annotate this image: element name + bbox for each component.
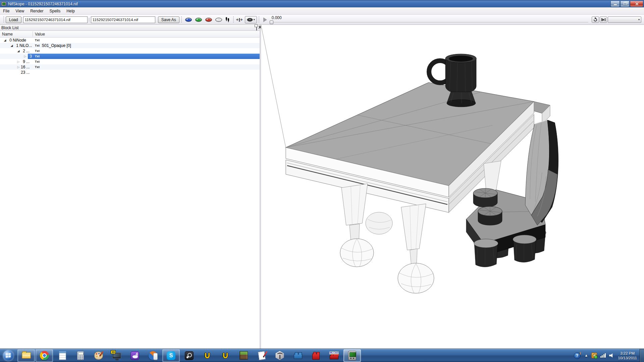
taskbar-monitor-shield-99-icon[interactable]: 99 [108, 349, 125, 362]
play-between-bars-icon [601, 18, 605, 21]
switch-animation-button[interactable] [600, 16, 607, 23]
menu-spells[interactable]: Spells [47, 8, 64, 14]
nifskope-app-icon [1, 2, 6, 6]
taskbar-ventrilo-1-icon[interactable]: U [199, 349, 216, 362]
value-type-tag: Txt [35, 44, 40, 47]
taskbar-media-player-device-icon[interactable] [144, 349, 162, 362]
taskbar-calculator-icon[interactable] [72, 349, 89, 362]
hidden-icons-arrow[interactable]: ▲ [585, 354, 587, 357]
taskbar-ventrilo-2-icon[interactable]: U [217, 349, 234, 362]
ventrilo-2-icon: U [223, 351, 228, 360]
clock[interactable]: 3:22 PM 10/13/2011 [618, 351, 637, 360]
block-list-row[interactable]: ▷ 16 ... Txt [0, 64, 260, 70]
block-list-tree: ◢ 0 NiNode Txt ◢ 1 NiLO... Txt S01_Opaqu… [0, 38, 260, 349]
block-list-row[interactable]: ◢ 2 ... Txt [0, 48, 260, 54]
menu-help[interactable]: Help [63, 8, 78, 14]
value-type-tag: Txt [35, 49, 40, 53]
toolbar-grip[interactable] [181, 16, 182, 23]
camera-view-dropdown[interactable]: ▾ [245, 16, 257, 23]
taskbar: 994SUUMLCAD ?i ▲ 3:22 PM 10/13/2011 [0, 349, 644, 362]
column-name: Name [2, 32, 13, 37]
taskbar-unity-icon[interactable] [271, 349, 288, 362]
show-desktop-button[interactable] [640, 349, 644, 362]
load-filename-input[interactable] [23, 16, 88, 23]
window-title: NifSkope - 01152921507246371014.nif [8, 2, 78, 6]
taskbar-nifskope-icon[interactable] [343, 349, 361, 362]
taskbar-ldraw-editor-icon[interactable] [253, 349, 270, 362]
save-as-button[interactable]: Save As [158, 16, 179, 23]
column-separator[interactable] [33, 32, 33, 37]
block-list-row[interactable]: 23 ... [0, 70, 260, 75]
taskbar-lego-brick-blue-icon[interactable] [289, 349, 307, 362]
save-filename-input[interactable] [91, 16, 155, 23]
taskbar-windows-explorer-icon[interactable] [17, 349, 35, 362]
taskbar-mlcad-icon[interactable]: MLCAD [325, 349, 343, 362]
menu-view[interactable]: View [12, 8, 27, 14]
block-list-row[interactable]: ▷ 3 Txt [0, 54, 260, 59]
volume-icon[interactable] [609, 353, 614, 358]
start-button[interactable] [0, 349, 17, 362]
block-list-row[interactable]: ▷ 9 ... Txt [0, 59, 260, 64]
draw-nodes-eye-icon[interactable] [195, 17, 203, 22]
toolbar-grip[interactable] [233, 16, 234, 23]
minecraft-icon [239, 351, 248, 360]
draw-hidden-eye-icon[interactable] [215, 17, 223, 22]
load-button[interactable]: Load [6, 16, 21, 23]
expander-icon[interactable]: ▷ [23, 54, 28, 59]
block-list-panel: Block List Name Value ◢ 0 NiNode Txt ◢ 1… [0, 25, 260, 349]
minimize-button[interactable] [610, 1, 620, 7]
taskbar-skype-icon[interactable]: S [162, 349, 180, 362]
block-name: ... [26, 59, 30, 64]
block-number: 23 [21, 70, 26, 75]
google-chrome-icon [40, 351, 49, 360]
expander-icon[interactable]: ◢ [9, 43, 14, 48]
expander-icon[interactable]: ▷ [16, 64, 21, 70]
tree-column-header[interactable]: Name Value [0, 31, 260, 38]
float-panel-button[interactable] [256, 25, 257, 30]
taskbar-lego-brick-red-icon[interactable] [307, 349, 325, 362]
block-list-row[interactable]: ◢ 0 NiNode Txt [0, 38, 260, 43]
play-button[interactable] [263, 17, 267, 22]
windows-start-icon [3, 350, 14, 361]
animation-combobox[interactable]: ▾ [608, 16, 641, 23]
toolbar-grip[interactable] [258, 16, 260, 23]
animation-timeline: 0.000 [269, 15, 592, 24]
menu-render[interactable]: Render [27, 8, 46, 14]
expander-icon[interactable]: ◢ [3, 38, 7, 43]
restore-icon [624, 2, 627, 5]
draw-axes-eye-icon[interactable] [184, 17, 193, 22]
paint-icon [94, 352, 103, 360]
maximize-button[interactable] [620, 1, 630, 7]
taskbar-paint-icon[interactable] [90, 349, 107, 362]
timeline-slider[interactable] [270, 22, 588, 23]
field-grip-icon [88, 17, 90, 22]
block-number: 0 [7, 38, 13, 43]
expander-icon[interactable]: ◢ [16, 48, 21, 54]
timeline-slider-handle[interactable] [270, 20, 273, 24]
block-list-row[interactable]: ◢ 1 NiLO... Txt S01_Opaque [0] [0, 43, 260, 48]
draw-furniture-button[interactable] [223, 17, 231, 22]
expander-icon[interactable]: ▷ [16, 59, 21, 64]
help-question-tray-icon[interactable]: ?i [574, 352, 581, 359]
draw-havok-eye-icon[interactable] [205, 17, 213, 22]
taskbar-google-chrome-icon[interactable] [36, 349, 53, 362]
fit-view-icon[interactable]: +‖+ [236, 17, 243, 22]
network-signal-icon[interactable] [600, 353, 606, 358]
close-button[interactable] [630, 1, 643, 7]
block-name: ... [26, 70, 30, 75]
taskbar-notepad-icon[interactable] [54, 349, 71, 362]
loop-animation-button[interactable] [592, 16, 599, 23]
value-type-tag: Txt [35, 39, 40, 42]
taskbar-steam-icon[interactable] [180, 349, 198, 362]
render-viewport-3d[interactable] [261, 25, 644, 349]
taskbar-trillian-4-icon[interactable]: 4 [126, 349, 144, 362]
taskbar-minecraft-icon[interactable] [235, 349, 252, 362]
menu-file[interactable]: File [0, 8, 12, 14]
toolbar-grip[interactable] [3, 16, 4, 23]
chevron-down-icon: ▾ [254, 18, 255, 21]
block-name: NiLO... [19, 43, 32, 48]
update-globe-check-icon[interactable] [591, 353, 597, 358]
value-type-tag: Txt [35, 65, 40, 69]
ventrilo-1-icon: U [205, 351, 210, 360]
media-player-device-icon [149, 351, 157, 360]
